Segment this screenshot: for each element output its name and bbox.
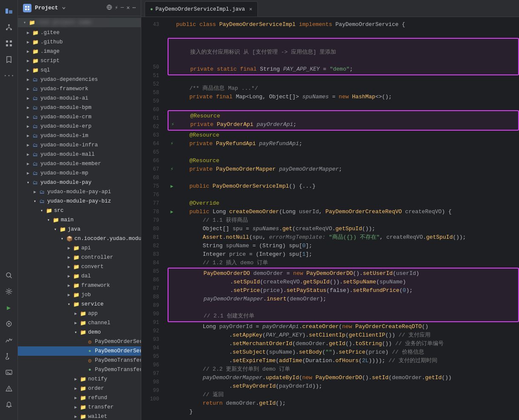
- item-label: yudao-module-im: [40, 133, 88, 139]
- tree-refund[interactable]: ▶ 📁 refund: [18, 393, 141, 403]
- structure-icon-btn[interactable]: [1, 36, 17, 51]
- tab-java-icon: ●: [150, 7, 153, 12]
- tree-main[interactable]: ▾ 📁 main: [18, 215, 141, 225]
- tree-order[interactable]: ▶ 📁 order: [18, 384, 141, 393]
- code-text: @Resource: [176, 131, 519, 140]
- item-label: yudao-module-crm: [40, 114, 91, 120]
- tree-dependencies[interactable]: ▶ 🗂 yudao-dependencies: [18, 75, 141, 84]
- tree-pay-demo-order-service-impl[interactable]: ● PayDemoOrderServiceImpl: [18, 346, 141, 356]
- code-text: PayDemoOrderDO demoOrder = new PayDemoOr…: [177, 269, 518, 278]
- module-icon: 🗂: [31, 86, 39, 92]
- problems-icon-btn[interactable]: [1, 381, 17, 396]
- more-tools-btn[interactable]: ···: [1, 68, 17, 83]
- code-text: public class PayDemoOrderServiceImpl imp…: [176, 20, 519, 29]
- project-icon-btn[interactable]: [1, 3, 17, 19]
- notifications-icon-btn[interactable]: [1, 397, 17, 412]
- tree-framework[interactable]: ▶ 🗂 yudao-framework: [18, 84, 141, 94]
- arrow-icon: ▶: [25, 143, 31, 148]
- arrow-icon: ▶: [25, 30, 31, 35]
- code-line: [168, 76, 519, 84]
- tree-pay-demo-order-service[interactable]: ◎ PayDemoOrderService: [18, 337, 141, 346]
- close-panel-icon[interactable]: ✕: [126, 4, 130, 12]
- debug-icon-btn[interactable]: [1, 316, 17, 331]
- arrow-icon: ▶: [72, 320, 79, 326]
- tree-pay-demo-transfer-service-impl[interactable]: ● PayDemoTransferServiceImpl: [18, 365, 141, 374]
- code-line: [168, 57, 518, 65]
- tree-module-pay[interactable]: ▾ 🗂 yudao-module-pay: [18, 178, 141, 187]
- tree-module-ai[interactable]: ▶ 🗂 yudao-module-ai: [18, 94, 141, 103]
- tree-module-mp[interactable]: ▶ 🗂 yudao-module-mp: [18, 169, 141, 178]
- tree-java[interactable]: ▾ 📁 java: [18, 225, 141, 234]
- module-icon: 🗂: [31, 133, 39, 139]
- tree-transfer[interactable]: ▶ 📁 transfer: [18, 403, 141, 412]
- tree-app[interactable]: ▶ 📁 app: [18, 309, 141, 318]
- bookmarks-icon-btn[interactable]: [1, 52, 17, 67]
- tree-module-infra[interactable]: ▶ 🗂 yudao-module-infra: [18, 140, 141, 150]
- tree-convert[interactable]: ▶ 📁 convert: [18, 262, 141, 271]
- code-line: @Resource: [168, 112, 518, 120]
- git-icon-btn[interactable]: [1, 20, 17, 35]
- root-item[interactable]: ▾ 📁 root project name: [18, 18, 141, 27]
- tree-script[interactable]: ▶ 📁 script: [18, 56, 141, 66]
- item-label: order: [88, 386, 104, 391]
- tree-job[interactable]: ▶ 📁 job: [18, 290, 141, 300]
- settings-icon-btn[interactable]: [1, 284, 17, 299]
- item-label: .gitee: [40, 30, 60, 36]
- arrow-icon: ▾: [38, 208, 45, 213]
- item-label: notify: [88, 376, 107, 382]
- code-line: .setExpireTime(addTime(Duration.ofHours(…: [168, 357, 519, 365]
- options-icon[interactable]: ⋯: [132, 4, 136, 12]
- run-icon-btn[interactable]: ▶: [1, 300, 17, 315]
- lightning-icon[interactable]: ⚡: [115, 4, 118, 12]
- tree-module-member[interactable]: ▶ 🗂 yudao-module-member: [18, 159, 141, 169]
- item-label: src: [54, 208, 64, 214]
- tree-package[interactable]: ▾ 📦 cn.iocoder.yudao.module.pay: [18, 234, 141, 243]
- globe-icon[interactable]: [106, 4, 112, 12]
- terminal-icon-btn[interactable]: [1, 365, 17, 380]
- tree-channel[interactable]: ▶ 📁 channel: [18, 318, 141, 328]
- tree-module-im[interactable]: ▶ 🗂 yudao-module-im: [18, 131, 141, 140]
- tree-src[interactable]: ▾ 📁 src: [18, 206, 141, 215]
- svg-point-12: [8, 323, 10, 325]
- profiler-icon-btn[interactable]: [1, 332, 17, 348]
- git2-icon-btn[interactable]: [1, 349, 17, 364]
- tree-notify[interactable]: ▶ 📁 notify: [18, 374, 141, 384]
- code-area[interactable]: public class PayDemoOrderServiceImpl imp…: [163, 17, 519, 420]
- folder-icon: 📁: [72, 273, 80, 280]
- tree-framework-folder[interactable]: ▶ 📁 framework: [18, 281, 141, 290]
- tree-module-erp[interactable]: ▶ 🗂 yudao-module-erp: [18, 122, 141, 131]
- tree-pay-api[interactable]: ▶ 🗂 yudao-module-pay-api: [18, 187, 141, 197]
- tree-github[interactable]: ▶ 📁 .github: [18, 37, 141, 47]
- item-label: dal: [81, 273, 91, 279]
- tree-service-folder[interactable]: ▾ 📁 service: [18, 300, 141, 309]
- code-text: Integer price = (Integer) spu[1];: [176, 250, 519, 259]
- tree-module-bpm[interactable]: ▶ 🗂 yudao-module-bpm: [18, 103, 141, 112]
- code-line: String spuName = (String) spu[0];: [168, 242, 519, 250]
- svg-point-10: [8, 291, 10, 293]
- tree-controller[interactable]: ▶ 📁 controller: [18, 253, 141, 262]
- tree-gitee[interactable]: ▶ 📁 .gitee: [18, 28, 141, 37]
- tree-demo[interactable]: ▾ 📁 demo: [18, 328, 141, 337]
- tree-pay-biz[interactable]: ▾ 🗂 yudao-module-pay-biz: [18, 197, 141, 206]
- tree-module-mall[interactable]: ▶ 🗂 yudao-module-mall: [18, 150, 141, 159]
- tree-wallet[interactable]: ▶ 📁 wallet: [18, 412, 141, 420]
- tree-sql[interactable]: ▶ 📁 sql: [18, 66, 141, 75]
- tree-dal[interactable]: ▶ 📁 dal: [18, 271, 141, 281]
- code-text: Assert.notNull(spu, errorMsgTemplate: "商…: [176, 233, 519, 242]
- tab-close-btn[interactable]: ✕: [249, 6, 252, 12]
- tree-api[interactable]: ▶ 📁 api: [18, 243, 141, 253]
- code-text: // 2.1 创建支付单: [177, 312, 518, 320]
- tree-pay-demo-transfer-service[interactable]: ◎ PayDemoTransferService: [18, 356, 141, 365]
- arrow-icon: ▶: [66, 283, 72, 288]
- code-text: private PayOrderApi payOrderApi;: [177, 120, 518, 129]
- search-icon-btn[interactable]: [1, 268, 17, 283]
- minimize-icon[interactable]: —: [121, 4, 124, 12]
- tree-module-crm[interactable]: ▶ 🗂 yudao-module-crm: [18, 112, 141, 122]
- item-label: java: [68, 226, 80, 232]
- tab-pay-demo-impl[interactable]: ● PayDemoOrderServiceImpl.java ✕: [145, 1, 258, 17]
- code-line: return demoOrder.getId();: [168, 399, 519, 408]
- root-arrow: ▾: [21, 20, 28, 25]
- tree-image[interactable]: ▶ 📁 .image: [18, 47, 141, 56]
- arrow-icon: ▶: [25, 105, 31, 110]
- code-text: private final Map<Long, Object[]> spuNam…: [176, 93, 519, 101]
